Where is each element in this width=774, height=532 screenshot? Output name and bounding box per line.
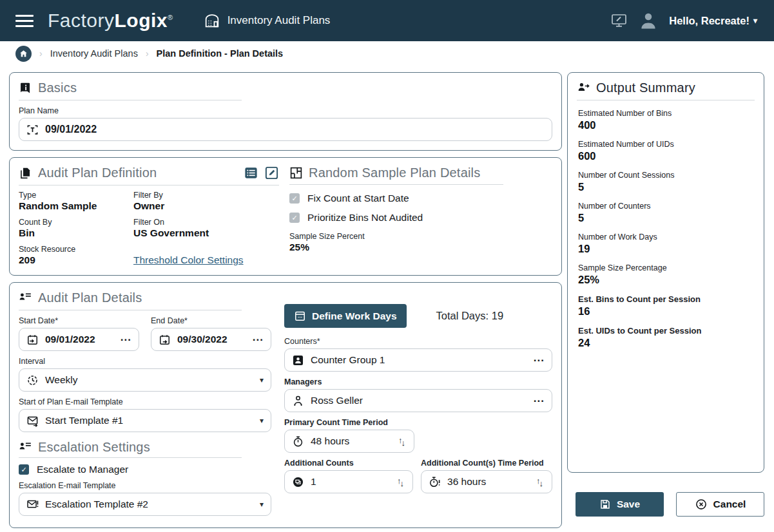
managers-value: Ross Geller [311,395,363,406]
cancel-button[interactable]: Cancel [676,492,764,517]
summary-value: 25% [578,274,755,286]
total-days-text: Total Days: 19 [436,310,504,322]
start-template-dropdown[interactable]: Start Template #1 ▾ [19,409,271,432]
additional-time-field[interactable]: 36 hours ↑↓ [421,470,552,493]
threshold-color-settings-link[interactable]: Threshold Color Settings [133,254,279,266]
basics-info-icon [19,81,32,95]
user-menu[interactable]: Hello, Recreate! ▾ [669,15,757,27]
summary-item: Number of Counters 5 [577,202,755,224]
counters-more-button[interactable]: ... [534,355,545,366]
primary-count-value: 48 hours [311,435,349,447]
interval-dropdown[interactable]: Weekly ▾ [19,368,271,392]
type-value: Random Sample [19,200,127,212]
summary-item: Est. UIDs to Count per Session 24 [577,326,755,349]
start-date-label: Start Date* [19,316,139,325]
calendar-end-icon [159,334,171,346]
prioritize-bins-checkbox: ✓ [289,213,300,223]
additional-counts-label: Additional Counts [284,459,413,468]
save-floppy-icon [599,499,611,510]
escalation-person-list-icon [19,441,32,454]
managers-field[interactable]: Ross Geller ... [284,389,552,412]
summary-value: 600 [578,150,755,162]
greeting-text: Hello, Recreate! [669,15,750,27]
remote-monitor-icon[interactable] [610,13,628,28]
end-date-field[interactable]: 09/30/2022 ... [151,328,271,351]
summary-value: 5 [578,212,755,224]
save-label: Save [617,499,640,510]
start-template-value: Start Template #1 [45,415,123,426]
summary-item: Number of Count Sessions 5 [577,171,755,193]
output-summary-card: Output Summary Estimated Number of Bins … [567,72,764,473]
summary-item: Est. Bins to Count per Session 16 [577,294,755,318]
sample-size-field: Sample Size Percent 25% [289,232,552,253]
text-cursor-icon [26,124,39,136]
primary-count-stepper[interactable]: ↑↓ [398,437,407,446]
counters-field[interactable]: Counter Group 1 ... [284,348,552,372]
stock-resource-value: 209 [19,254,127,266]
count-by-value: Bin [19,227,127,239]
escalation-template-dropdown[interactable]: Escalation Template #2 ▾ [19,493,271,516]
end-date-label: End Date* [151,316,271,325]
plan-name-field[interactable]: 09/01/2022 [19,118,552,141]
audit-plan-definition-card: Audit Plan Definition [9,157,562,276]
managers-more-button[interactable]: ... [534,395,545,406]
filter-on-field: Filter On US Government [133,218,279,239]
chevron-down-icon: ▾ [260,500,264,509]
hamburger-menu-icon[interactable] [15,15,34,27]
summary-item: Sample Size Percentage 25% [577,263,755,286]
summary-label: Estimated Number of Bins [578,109,755,118]
module-title: Inventory Audit Plans [227,14,331,27]
filter-on-label: Filter On [133,218,279,227]
summary-label: Estimated Number of UIDs [578,140,755,149]
end-date-more-button[interactable]: ... [253,334,264,345]
escalate-to-manager-checkbox[interactable]: ✓ [19,464,29,475]
additional-time-label: Additional Count(s) Time Period [421,459,552,468]
primary-count-label: Primary Count Time Period [284,418,552,427]
manager-person-icon [292,395,304,407]
email-alert-icon [26,499,39,511]
summary-label: Sample Size Percentage [578,263,755,272]
audit-plan-definition-title: Audit Plan Definition [38,166,157,180]
plan-name-label: Plan Name [19,106,552,115]
calendar-start-icon [26,334,39,346]
additional-time-stepper[interactable]: ↑↓ [536,477,545,487]
random-sample-title: Random Sample Plan Details [309,166,480,180]
chevron-down-icon: ▾ [260,416,264,425]
logo-factory-text: Factory [48,10,115,31]
counters-value: Counter Group 1 [311,354,385,366]
user-avatar-icon[interactable] [638,11,659,30]
module-header: Inventory Audit Plans [203,12,331,30]
summary-item: Number of Work Days 19 [577,233,755,255]
factorylogix-logo: FactoryLogix® [48,10,173,32]
save-button[interactable]: Save [576,492,664,517]
summary-label: Number of Count Sessions [578,171,755,180]
type-field: Type Random Sample [19,191,127,212]
count-stack-icon [292,476,304,488]
work-days-calendar-icon [294,310,306,322]
additional-counts-stepper[interactable]: ↑↓ [397,477,405,487]
summary-label: Est. UIDs to Count per Session [578,326,755,336]
breadcrumb: › Inventory Audit Plans › Plan Definitio… [0,41,774,66]
breadcrumb-inventory-audit-plans[interactable]: Inventory Audit Plans [50,48,138,59]
filter-by-label: Filter By [133,191,279,200]
summary-value: 5 [578,181,755,193]
filter-by-value: Owner [133,200,279,212]
logo-logix-text: Logix [115,10,168,31]
start-date-more-button[interactable]: ... [121,334,131,345]
breadcrumb-separator: › [39,48,43,59]
chevron-down-icon: ▾ [260,375,264,385]
cancel-circle-x-icon [695,498,708,511]
floor-plan-icon [289,166,303,180]
chevron-down-icon: ▾ [753,16,757,25]
define-work-days-button[interactable]: Define Work Days [284,304,407,328]
end-date-value: 09/30/2022 [177,334,227,345]
primary-count-field[interactable]: 48 hours ↑↓ [284,430,414,453]
email-start-icon [26,415,39,427]
cancel-label: Cancel [713,499,746,510]
edit-plan-icon[interactable] [264,166,279,180]
breadcrumb-current-page: Plan Definition - Plan Details [157,48,284,59]
additional-counts-field[interactable]: 1 ↑↓ [284,470,413,493]
home-icon[interactable] [15,46,32,62]
view-plan-list-icon[interactable] [244,166,258,180]
start-date-field[interactable]: 09/01/2022 ... [19,328,139,351]
